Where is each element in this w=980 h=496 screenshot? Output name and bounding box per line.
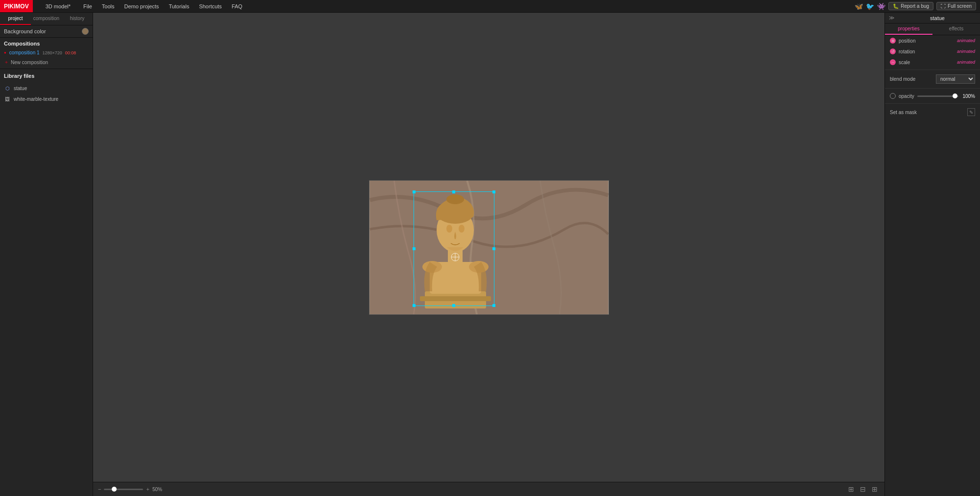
menu-shortcuts[interactable]: Shortcuts <box>194 0 226 12</box>
scale-animated: animated <box>957 60 975 65</box>
report-bug-button[interactable]: 🐛 Report a bug <box>888 2 933 10</box>
viewport[interactable] <box>93 13 884 482</box>
tab-composition[interactable]: composition <box>31 13 62 25</box>
topbar: PIKIMOV 3D model* File Tools Demo projec… <box>0 0 980 13</box>
position-row: ⊕ position animated <box>885 35 980 46</box>
mask-label: Set as mask <box>890 110 967 115</box>
tab-history[interactable]: history <box>62 13 93 25</box>
bg-color-swatch[interactable] <box>82 28 89 35</box>
statue-illustration <box>413 189 498 310</box>
svg-point-13 <box>459 225 465 233</box>
fullscreen-button[interactable]: ⛶ Full screen <box>936 2 976 10</box>
position-icon: ⊕ <box>890 38 896 44</box>
rotation-row: ↺ rotation animated <box>885 46 980 57</box>
zoom-out-icon[interactable]: − <box>98 486 101 492</box>
preview-canvas <box>369 180 609 315</box>
plus-icon: ＋ <box>4 59 9 66</box>
menu-tutorials[interactable]: Tutorials <box>164 0 194 12</box>
tab-project[interactable]: project <box>0 13 31 25</box>
lib-statue-name: statue <box>14 86 27 91</box>
doc-title: 3D model* <box>46 3 71 9</box>
lib-marble-name: white-marble-texture <box>14 96 58 102</box>
comp-name: composition 1 <box>9 50 40 55</box>
zoom-value: 50% <box>152 487 162 492</box>
composition-item[interactable]: ● composition 1 1280×720 00:08 <box>0 48 93 57</box>
comp-bullet: ● <box>4 50 6 55</box>
menu-demo[interactable]: Demo projects <box>119 0 164 12</box>
svg-point-12 <box>446 225 452 233</box>
zoom-thumb <box>112 487 117 492</box>
comp-duration: 00:08 <box>65 50 76 55</box>
align-icon[interactable]: ⊟ <box>858 484 868 494</box>
library-header: Library files <box>0 70 93 81</box>
center-area: − + 50% ⊞ ⊟ ⊞ <box>93 13 884 496</box>
twitter-icon[interactable]: 🐦 <box>866 2 874 10</box>
mask-row: Set as mask ✎ <box>885 106 980 118</box>
topbar-right: 🦋 🐦 👾 🐛 Report a bug ⛶ Full screen <box>855 2 980 10</box>
right-panel-header: ≫ statue <box>885 13 980 24</box>
library-item-statue[interactable]: ⬡ statue <box>0 83 93 94</box>
blend-mode-row: blend mode normal <box>885 72 980 86</box>
bg-color-label: Background color <box>4 28 46 34</box>
menu-file[interactable]: File <box>78 0 97 12</box>
rotation-label: rotation <box>899 49 954 54</box>
fullscreen-icon: ⛶ <box>941 3 946 9</box>
zoom-in-icon[interactable]: + <box>146 486 149 492</box>
right-panel-title: statue <box>899 15 976 21</box>
set-as-mask-button[interactable]: ✎ <box>967 108 975 116</box>
image-icon: 🖼 <box>4 95 11 102</box>
3d-icon: ⬡ <box>4 85 11 92</box>
position-animated: animated <box>957 38 975 43</box>
rotation-icon: ↺ <box>890 48 896 54</box>
scale-icon: ↔ <box>890 59 896 65</box>
blend-mode-select[interactable]: normal <box>936 74 975 84</box>
right-collapse-button[interactable]: ≫ <box>889 15 895 21</box>
bg-color-row: Background color <box>0 25 93 38</box>
bug-icon: 🐛 <box>893 3 899 9</box>
scale-row: ↔ scale animated <box>885 57 980 68</box>
logo: PIKIMOV <box>0 0 33 12</box>
left-panel: project composition history Background c… <box>0 13 93 496</box>
grid-icon[interactable]: ⊞ <box>870 484 880 494</box>
tab-properties[interactable]: properties <box>885 24 932 35</box>
blend-label: blend mode <box>890 76 936 82</box>
reddit-icon[interactable]: 👾 <box>877 2 885 10</box>
opacity-row: opacity 100% <box>885 91 980 101</box>
svg-point-11 <box>446 194 464 204</box>
right-panel: ≫ statue properties effects ⊕ position a… <box>884 13 980 496</box>
left-panel-tabs: project composition history <box>0 13 93 25</box>
opacity-thumb <box>953 94 957 98</box>
library-item-marble[interactable]: 🖼 white-marble-texture <box>0 94 93 104</box>
position-label: position <box>899 38 954 44</box>
tab-effects[interactable]: effects <box>932 24 980 35</box>
menu-tools[interactable]: Tools <box>97 0 120 12</box>
properties-tabs: properties effects <box>885 24 980 35</box>
canvas-area <box>369 180 609 315</box>
viewport-tools: ⊞ ⊟ ⊞ <box>846 484 880 494</box>
svg-rect-3 <box>420 296 491 301</box>
opacity-slider[interactable] <box>917 95 958 97</box>
compositions-header: Compositions <box>0 38 93 48</box>
library-section: ⬡ statue 🖼 white-marble-texture <box>0 81 93 106</box>
grid-4-icon[interactable]: ⊞ <box>846 484 856 494</box>
butterfly-icon[interactable]: 🦋 <box>855 2 863 10</box>
menu-faq[interactable]: FAQ <box>227 0 247 12</box>
main-layout: project composition history Background c… <box>0 13 980 496</box>
zoom-bar: − + 50% ⊞ ⊟ ⊞ <box>93 482 884 496</box>
opacity-icon <box>890 93 896 99</box>
new-composition-button[interactable]: ＋ New composition <box>0 57 93 68</box>
rotation-animated: animated <box>957 49 975 54</box>
opacity-value: 100% <box>961 94 975 99</box>
opacity-label: opacity <box>899 94 914 99</box>
scale-label: scale <box>899 60 954 65</box>
comp-size: 1280×720 <box>43 50 62 55</box>
zoom-slider[interactable] <box>104 489 143 490</box>
